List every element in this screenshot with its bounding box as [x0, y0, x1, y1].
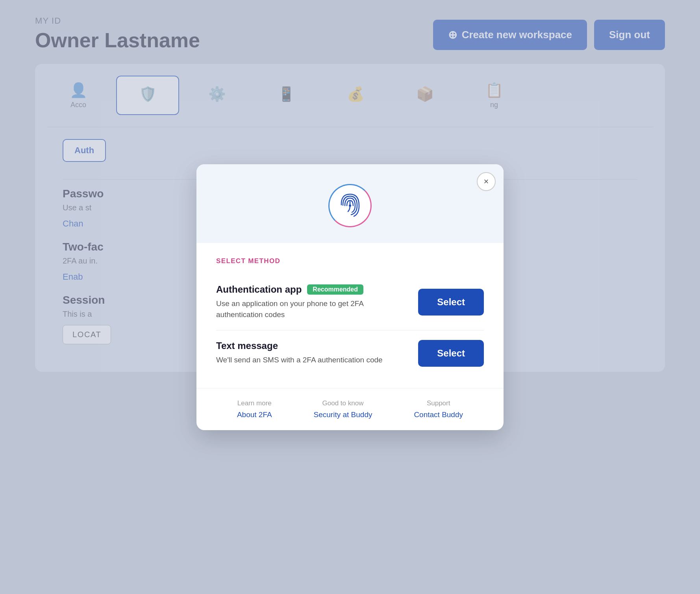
- modal-footer: Learn more About 2FA Good to know Securi…: [196, 388, 504, 430]
- select-text-message-button[interactable]: Select: [418, 340, 484, 367]
- auth-app-title: Authentication app Recommended: [216, 284, 406, 295]
- text-message-description: We'll send an SMS with a 2FA authenticat…: [216, 355, 406, 366]
- modal-header: ×: [196, 164, 504, 243]
- fingerprint-icon: [336, 192, 364, 219]
- fingerprint-icon-container: [328, 184, 372, 227]
- select-auth-app-button[interactable]: Select: [418, 289, 484, 316]
- learn-more-label: Learn more: [237, 399, 272, 407]
- auth-app-description: Use an application on your phone to get …: [216, 298, 406, 321]
- modal-body: SELECT METHOD Authentication app Recomme…: [196, 243, 504, 376]
- close-icon: ×: [484, 176, 489, 187]
- recommended-badge: Recommended: [307, 284, 363, 295]
- good-to-know-label: Good to know: [322, 399, 364, 407]
- contact-buddy-link[interactable]: Contact Buddy: [414, 410, 463, 419]
- footer-support: Support Contact Buddy: [414, 399, 463, 419]
- two-fa-modal: ×: [196, 164, 504, 430]
- text-message-info: Text message We'll send an SMS with a 2F…: [216, 340, 406, 366]
- footer-good-to-know: Good to know Security at Buddy: [314, 399, 372, 419]
- footer-learn-more: Learn more About 2FA: [237, 399, 272, 419]
- auth-app-info: Authentication app Recommended Use an ap…: [216, 284, 406, 321]
- modal-overlay: ×: [0, 0, 700, 594]
- select-method-label: SELECT METHOD: [216, 257, 484, 265]
- security-at-buddy-link[interactable]: Security at Buddy: [314, 410, 372, 419]
- auth-app-row: Authentication app Recommended Use an ap…: [216, 275, 484, 330]
- text-message-title: Text message: [216, 340, 406, 351]
- support-label: Support: [427, 399, 450, 407]
- text-message-row: Text message We'll send an SMS with a 2F…: [216, 330, 484, 376]
- about-2fa-link[interactable]: About 2FA: [237, 410, 272, 419]
- modal-close-button[interactable]: ×: [477, 172, 496, 191]
